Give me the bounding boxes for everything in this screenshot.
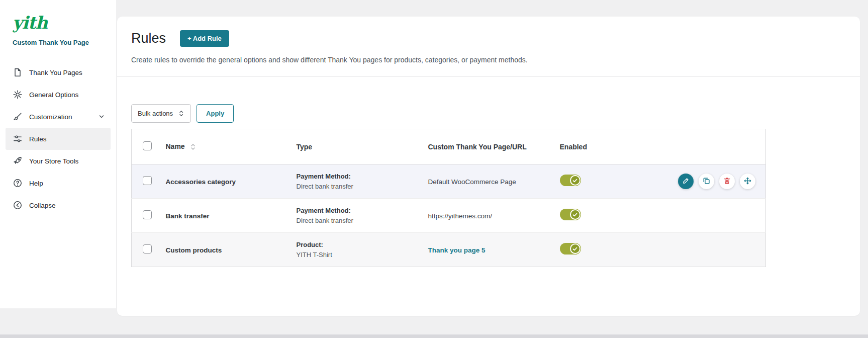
column-header-type: Type: [288, 129, 420, 164]
yith-logo: yith: [0, 13, 116, 32]
edit-rule-button[interactable]: [678, 174, 694, 189]
select-all-cell: [132, 129, 158, 164]
rule-type-value: Direct bank transfer: [297, 217, 415, 224]
duplicate-rule-button[interactable]: [699, 174, 714, 189]
sliders-icon: [13, 134, 23, 144]
bulk-actions-row: Bulk actions Apply: [131, 104, 846, 123]
toggle-knob: [570, 175, 581, 186]
rule-type-label: Payment Method:: [297, 173, 415, 180]
page-bottom-edge: [0, 334, 868, 338]
move-icon: [743, 177, 752, 187]
trash-icon: [723, 177, 731, 187]
add-rule-button[interactable]: + Add Rule: [180, 30, 229, 47]
bulk-actions-select[interactable]: Bulk actions: [131, 104, 191, 123]
rule-enabled-cell: [552, 164, 627, 199]
rule-enabled-toggle[interactable]: [560, 243, 581, 255]
rocket-icon: [13, 156, 23, 166]
help-icon: [13, 178, 23, 188]
table-row: Bank transfer Payment Method: Direct ban…: [132, 199, 766, 233]
rule-page-value: https://yithemes.com/: [428, 212, 493, 220]
sidebar-item-label: General Options: [29, 91, 78, 99]
rule-type-cell: Product: YITH T-Shirt: [288, 233, 420, 267]
move-rule-button[interactable]: [740, 174, 755, 189]
column-header-name[interactable]: Name: [158, 129, 288, 164]
sidebar-item-customization[interactable]: Customization: [6, 106, 111, 128]
sidebar-item-general-options[interactable]: General Options: [6, 83, 111, 106]
rule-type-value: YITH T-Shirt: [297, 251, 415, 259]
rule-enabled-toggle[interactable]: [560, 209, 581, 220]
sidebar-item-label: Collapse: [29, 202, 56, 209]
gear-icon: [13, 90, 23, 100]
apply-button[interactable]: Apply: [197, 104, 234, 123]
rule-page-cell: Thank you page 5: [420, 233, 552, 267]
bulk-actions-selected-value: Bulk actions: [138, 110, 173, 117]
select-caret-icon: [179, 110, 184, 117]
rules-panel: Rules + Add Rule Create rules to overrid…: [117, 17, 860, 316]
page-title: Rules: [131, 31, 166, 46]
rule-page-link[interactable]: Thank you page 5: [428, 246, 486, 254]
row-select-cell: [132, 164, 158, 199]
sidebar-item-label: Customization: [29, 113, 72, 121]
delete-rule-button[interactable]: [719, 174, 735, 189]
column-header-enabled: Enabled: [552, 129, 627, 164]
sidebar-item-thank-you-pages[interactable]: Thank You Pages: [6, 61, 111, 83]
row-checkbox[interactable]: [143, 244, 152, 254]
column-header-actions: [627, 129, 766, 164]
sidebar-item-label: Thank You Pages: [29, 69, 82, 76]
sort-icon: [190, 143, 196, 151]
sidebar-item-label: Help: [29, 180, 43, 187]
rule-enabled-cell: [552, 233, 627, 267]
sidebar: yith Custom Thank You Page Thank You Pag…: [0, 0, 116, 308]
rule-page-value: Default WooCommerce Page: [428, 178, 516, 186]
sidebar-item-label: Your Store Tools: [29, 157, 78, 165]
sidebar-item-your-store-tools[interactable]: Your Store Tools: [6, 150, 111, 172]
copy-icon: [702, 177, 711, 187]
column-header-page: Custom Thank You Page/URL: [420, 129, 552, 164]
rule-page-cell: Default WooCommerce Page: [420, 164, 552, 199]
plugin-name: Custom Thank You Page: [0, 32, 116, 46]
rule-page-cell: https://yithemes.com/: [420, 199, 552, 233]
rule-type-label: Product:: [297, 241, 415, 248]
sidebar-item-help[interactable]: Help: [6, 172, 111, 194]
row-checkbox[interactable]: [143, 210, 152, 219]
table-header-row: Name Type Custom Thank You Page/URL Enab…: [132, 129, 766, 164]
row-actions-cell: [627, 233, 766, 267]
select-all-checkbox[interactable]: [143, 141, 152, 150]
rule-name-cell: Accessories category: [158, 164, 288, 199]
rule-name: Custom products: [166, 246, 222, 254]
row-select-cell: [132, 233, 158, 267]
page: yith Custom Thank You Page Thank You Pag…: [0, 0, 868, 338]
rule-type-value: Direct bank transfer: [297, 183, 415, 190]
rule-name: Bank transfer: [166, 212, 210, 220]
collapse-icon: [13, 200, 23, 210]
rule-name-cell: Custom products: [158, 233, 288, 267]
panel-body: Bulk actions Apply: [117, 77, 860, 287]
brush-icon: [13, 112, 23, 122]
rule-enabled-cell: [552, 199, 627, 233]
document-icon: [13, 67, 23, 77]
row-actions-cell: [627, 164, 766, 199]
rule-type-cell: Payment Method: Direct bank transfer: [288, 199, 420, 233]
panel-description: Create rules to override the general opt…: [131, 56, 846, 76]
toggle-knob: [570, 243, 581, 254]
rule-name: Accessories category: [166, 178, 236, 186]
row-select-cell: [132, 199, 158, 233]
rules-table: Name Type Custom Thank You Page/URL Enab…: [131, 129, 766, 267]
rule-name-cell: Bank transfer: [158, 199, 288, 233]
column-header-name-label: Name: [166, 142, 185, 150]
rule-type-cell: Payment Method: Direct bank transfer: [288, 164, 420, 199]
row-checkbox[interactable]: [143, 176, 152, 185]
sidebar-nav: Thank You Pages General Options Customiz…: [0, 61, 116, 216]
rule-type-label: Payment Method:: [297, 207, 415, 214]
rule-enabled-toggle[interactable]: [560, 175, 581, 186]
sidebar-item-rules[interactable]: Rules: [6, 128, 111, 150]
table-row: Accessories category Payment Method: Dir…: [132, 164, 766, 199]
sidebar-item-collapse[interactable]: Collapse: [6, 194, 111, 216]
toggle-knob: [570, 209, 581, 220]
sidebar-item-label: Rules: [29, 135, 47, 143]
pencil-icon: [682, 177, 690, 187]
panel-header: Rules + Add Rule Create rules to overrid…: [117, 17, 860, 77]
chevron-down-icon: [99, 114, 105, 120]
row-actions-cell: [627, 199, 766, 233]
table-row: Custom products Product: YITH T-Shirt Th…: [132, 233, 766, 267]
